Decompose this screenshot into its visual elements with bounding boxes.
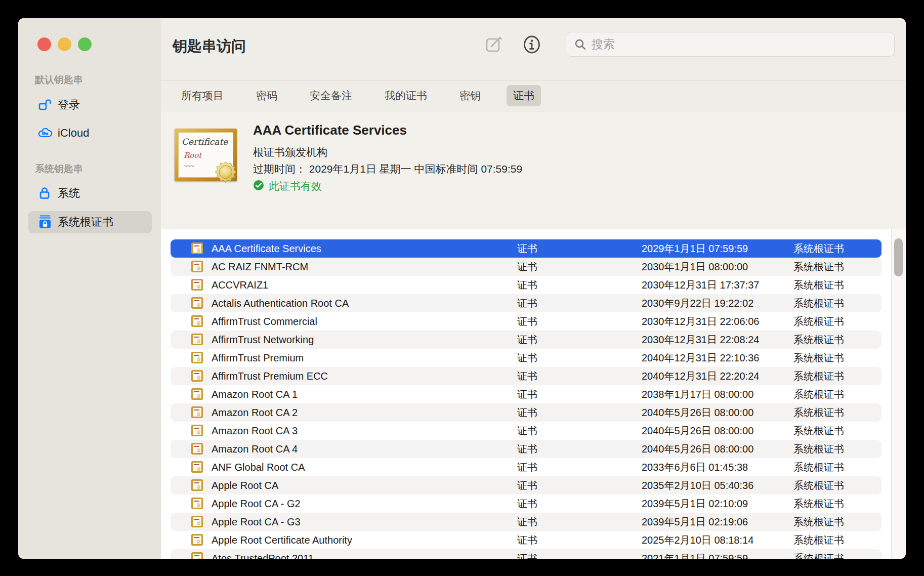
certificate-icon [191, 297, 203, 309]
table-row[interactable]: Apple Root CA - G2证书2039年5月1日 02:10:09系统… [171, 495, 881, 513]
main-area: 钥匙串访问 [161, 18, 906, 559]
sidebar-item-label: iCloud [58, 127, 89, 140]
certificate-type: 根证书颁发机构 [253, 144, 522, 160]
cell-keychain: 系统根证书 [793, 458, 844, 476]
tab-item[interactable]: 密钥 [453, 85, 487, 106]
zoom-window-button[interactable] [78, 37, 92, 51]
table-row[interactable]: ACCVRAIZ1证书2030年12月31日 17:37:37系统根证书 [171, 276, 881, 294]
cell-kind: 证书 [517, 495, 537, 513]
cell-kind: 证书 [517, 385, 537, 403]
lock-icon [37, 186, 53, 201]
table-row[interactable]: Amazon Root CA 2证书2040年5月26日 08:00:00系统根… [171, 403, 881, 422]
sidebar-item-iCloud[interactable]: iCloud [28, 122, 152, 144]
cell-kind: 证书 [517, 531, 537, 549]
certificate-icon [191, 370, 203, 382]
table-row[interactable]: Apple Root Certificate Authority证书2025年2… [171, 531, 881, 549]
search-icon [574, 38, 586, 51]
cell-expires: 2029年1月1日 07:59:59 [642, 239, 748, 258]
cell-kind: 证书 [517, 258, 537, 276]
search-placeholder: 搜索 [592, 36, 615, 52]
certificate-icon [191, 352, 203, 364]
table-row[interactable]: Amazon Root CA 3证书2040年5月26日 08:00:00系统根… [171, 422, 881, 440]
tab-item[interactable]: 我的证书 [378, 85, 434, 106]
table-row[interactable]: AffirmTrust Premium ECC证书2040年12月31日 22:… [171, 367, 881, 385]
cell-expires: 2030年12月31日 22:06:06 [642, 312, 759, 331]
cell-name: ACCVRAIZ1 [212, 276, 268, 294]
unlock-icon [37, 97, 53, 112]
table-row[interactable]: Atos TrustedPoot 2011证书2021年1月1日 07:59:5… [171, 549, 881, 559]
cell-keychain: 系统根证书 [793, 294, 844, 312]
cell-kind: 证书 [517, 294, 537, 312]
certificate-icon [191, 261, 203, 273]
table-row[interactable]: Apple Root CA - G3证书2039年5月1日 02:19:06系统… [171, 513, 881, 531]
cell-keychain: 系统根证书 [793, 239, 844, 258]
tab-item[interactable]: 密码 [249, 85, 284, 106]
sidebar-item-登录[interactable]: 登录 [28, 94, 152, 116]
table-row[interactable]: AffirmTrust Premium证书2040年12月31日 22:10:3… [171, 349, 881, 367]
sidebar-item-系统[interactable]: 系统 [28, 182, 152, 204]
certificate-icon [191, 425, 203, 437]
cell-name: AC RAIZ FNMT-RCM [212, 258, 308, 276]
cell-kind: 证书 [517, 440, 537, 458]
table-row[interactable]: AAA Certificate Services证书2029年1月1日 07:5… [171, 239, 881, 258]
cloud-key-icon [37, 126, 53, 141]
cell-expires: 2040年5月26日 08:00:00 [642, 440, 753, 458]
cell-name: Actalis Authentication Root CA [212, 294, 349, 312]
cell-kind: 证书 [517, 458, 537, 476]
tab-item[interactable]: 证书 [507, 85, 541, 106]
cell-expires: 2039年5月1日 02:10:09 [642, 495, 748, 513]
sidebar-section-header: 系统钥匙串 [35, 163, 83, 175]
cell-kind: 证书 [517, 403, 537, 422]
cell-keychain: 系统根证书 [793, 385, 844, 403]
table-row[interactable]: ANF Global Root CA证书2033年6月6日 01:45:38系统… [171, 458, 881, 476]
cell-keychain: 系统根证书 [793, 476, 844, 495]
cell-keychain: 系统根证书 [793, 276, 844, 294]
cell-keychain: 系统根证书 [793, 495, 844, 513]
cell-kind: 证书 [517, 312, 537, 331]
valid-check-icon [253, 180, 264, 193]
toolbar: 钥匙串访问 [161, 18, 906, 80]
cell-kind: 证书 [517, 549, 537, 559]
tab-item[interactable]: 安全备注 [303, 85, 359, 106]
certificate-icon [191, 479, 203, 491]
search-input[interactable]: 搜索 [566, 32, 895, 57]
table-row[interactable]: AffirmTrust Commercial证书2030年12月31日 22:0… [171, 312, 881, 331]
gold-seal-icon [215, 161, 237, 183]
table-row[interactable]: Apple Root CA证书2035年2月10日 05:40:36系统根证书 [171, 476, 881, 495]
certificate-detail-header: Certificate Root ~~~ AAA [161, 111, 906, 226]
certificate-expiry: 过期时间： 2029年1月1日 星期一 中国标准时间 07:59:59 [253, 160, 522, 177]
table-row[interactable]: Amazon Root CA 1证书2038年1月17日 08:00:00系统根… [171, 385, 881, 403]
minimize-window-button[interactable] [58, 37, 71, 51]
category-tabbar: 所有项目密码安全备注我的证书密钥证书 [161, 80, 906, 111]
cert-art-flourish: ~~~ [184, 162, 194, 170]
cell-expires: 2030年12月31日 17:37:37 [642, 276, 759, 294]
table-row[interactable]: AC RAIZ FNMT-RCM证书2030年1月1日 08:00:00系统根证… [171, 258, 881, 276]
cell-keychain: 系统根证书 [793, 331, 844, 349]
certificate-icon [191, 498, 203, 510]
sidebar-item-label: 系统 [58, 186, 80, 201]
table-row[interactable]: Amazon Root CA 4证书2040年5月26日 08:00:00系统根… [171, 440, 881, 458]
cell-name: Amazon Root CA 2 [212, 403, 298, 422]
cert-archive-icon [37, 215, 53, 230]
table-row[interactable]: AffirmTrust Networking证书2030年12月31日 22:0… [171, 331, 881, 349]
scrollbar-thumb[interactable] [894, 238, 903, 276]
sidebar-item-系统根证书[interactable]: 系统根证书 [28, 211, 152, 233]
new-item-button[interactable] [483, 34, 505, 57]
tab-item[interactable]: 所有项目 [175, 85, 230, 106]
get-info-button[interactable] [521, 34, 543, 57]
cell-expires: 2040年5月26日 08:00:00 [642, 403, 753, 422]
cell-name: AAA Certificate Services [212, 239, 321, 258]
cell-name: AffirmTrust Premium ECC [212, 367, 328, 385]
certificate-status: 此证书有效 [269, 179, 322, 193]
cell-kind: 证书 [517, 239, 537, 258]
cell-kind: 证书 [517, 367, 537, 385]
cell-name: Apple Root CA - G3 [212, 513, 301, 531]
cell-keychain: 系统根证书 [793, 367, 844, 385]
table-row[interactable]: Actalis Authentication Root CA证书2030年9月2… [171, 294, 881, 312]
certificate-icon [191, 315, 203, 327]
cell-keychain: 系统根证书 [793, 258, 844, 276]
cell-keychain: 系统根证书 [793, 549, 844, 559]
certificate-icon [191, 443, 203, 455]
close-window-button[interactable] [37, 37, 51, 51]
cell-name: Atos TrustedPoot 2011 [212, 549, 314, 559]
